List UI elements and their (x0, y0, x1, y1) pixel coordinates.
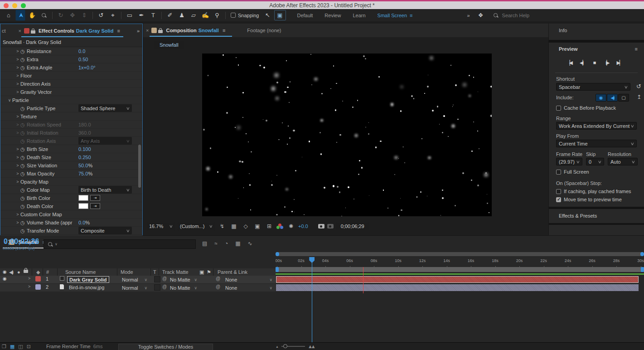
previous-frame-button[interactable]: ◀▏ (580, 60, 586, 66)
frame-rate-dropdown[interactable]: (29.97)∨ (556, 158, 582, 165)
param-dropdown[interactable]: Any Axis∨ (78, 137, 132, 145)
snapping-toggle[interactable]: Snapping (231, 13, 259, 18)
audio-column-icon[interactable]: ◀) (9, 269, 13, 275)
project-tab-partial[interactable]: ct (2, 28, 6, 34)
camera-tool-icon[interactable]: ⌖ (107, 10, 118, 20)
expand-chevron-icon[interactable]: > (15, 180, 20, 184)
workspace-tab-learn[interactable]: Learn (353, 13, 365, 18)
stopwatch-icon[interactable]: ◷ (20, 131, 27, 135)
layer-row-1[interactable]: ◉ >1Dark Gray SolidNormal ∨@No Matte ∨@N… (0, 276, 276, 283)
graph-editor-icon[interactable]: ∿ (248, 240, 252, 247)
effect-controls-tab-title[interactable]: Effect Controls (39, 28, 74, 34)
stopwatch-icon[interactable]: ◷ (20, 139, 27, 143)
expand-chevron-icon[interactable]: ∨ (7, 98, 12, 102)
work-area-bar[interactable] (276, 267, 644, 272)
home-tool-icon[interactable]: ⌂ (3, 10, 14, 20)
rectangle-tool-icon[interactable]: ▭ (124, 10, 135, 20)
hand-tool-icon[interactable]: ✋ (27, 10, 38, 20)
full-screen-toggle[interactable]: Full Screen (556, 169, 589, 175)
parent-link-dropdown[interactable]: None ∨ (224, 284, 274, 291)
orbit-camera-tool-icon[interactable]: ↻ (55, 10, 66, 20)
effects-presets-tab[interactable]: Effects & Presets (559, 213, 597, 219)
move-time-toggle[interactable]: Move time to preview time (556, 197, 622, 202)
frame-blending-icon[interactable]: ◔ (225, 240, 228, 247)
timeline-search[interactable]: ∨ (44, 239, 196, 249)
preserve-transparency-toggle[interactable] (154, 276, 160, 282)
number-column[interactable]: # (46, 269, 49, 275)
stopwatch-icon[interactable]: ◷ (20, 228, 27, 233)
param-value[interactable]: 1x+0.0° (78, 65, 96, 70)
expand-chevron-icon[interactable]: > (15, 122, 20, 127)
if-caching-toggle[interactable]: If caching, play cached frames (556, 189, 631, 194)
effect-controls-tab-target[interactable]: Dark Gray Solid (76, 28, 114, 34)
effect-scrollbar[interactable] (138, 145, 141, 188)
expand-transfer-controls-icon[interactable]: ▦ (10, 344, 15, 350)
pan-camera-tool-icon[interactable]: ✥ (67, 10, 78, 20)
expand-layer-icon[interactable]: > (28, 284, 30, 289)
zoom-slider-thumb[interactable] (283, 344, 287, 348)
param-value[interactable]: 0.50 (78, 57, 88, 62)
blend-mode-dropdown[interactable]: Normal ∨ (121, 284, 149, 291)
parent-pickwhip-icon[interactable]: @ (216, 276, 220, 281)
expand-render-time-icon[interactable]: ⊡ (27, 344, 31, 350)
include-audio-icon[interactable]: ◀) (607, 94, 618, 102)
timeline-timecode[interactable]: 0;00;02;26 (4, 238, 39, 246)
stopwatch-icon[interactable]: ◷ (20, 204, 27, 209)
close-tab-icon[interactable]: × (19, 28, 21, 34)
clone-stamp-tool-icon[interactable]: ♟ (176, 10, 187, 20)
track-matte-dropdown[interactable]: No Matte ∨ (169, 276, 199, 283)
lock-icon[interactable] (31, 30, 35, 34)
navigator-start-handle[interactable] (276, 252, 279, 256)
play-from-dropdown[interactable]: Current Time∨ (556, 140, 637, 147)
cache-before-playback-toggle[interactable]: Cache Before Playback (556, 105, 616, 111)
source-name-column[interactable]: Source Name (65, 269, 96, 275)
comp-timecode[interactable]: 0;00;06;29 (336, 223, 369, 230)
if-caching-checkbox[interactable] (556, 189, 561, 194)
expand-chevron-icon[interactable]: > (15, 82, 20, 86)
brush-tool-icon[interactable]: ✐ (165, 10, 175, 20)
stopwatch-icon[interactable]: ◷ (20, 106, 27, 111)
mask-visibility-icon[interactable]: ◇ (241, 223, 250, 229)
transparency-grid-icon[interactable]: ▦ (229, 223, 238, 229)
stopwatch-icon[interactable]: ◷ (20, 57, 27, 62)
show-channel-icon[interactable] (276, 224, 284, 229)
panel-menu-icon[interactable]: ≡ (223, 28, 225, 33)
video-column-icon[interactable]: ◉ (3, 269, 7, 274)
composition-tab-title[interactable]: Composition (166, 28, 196, 33)
param-value[interactable]: 0.250 (78, 155, 91, 160)
dolly-camera-tool-icon[interactable]: ⇕ (79, 10, 90, 20)
stopwatch-icon[interactable]: ◷ (20, 122, 27, 127)
panel-menu-icon[interactable]: ≡ (117, 28, 120, 34)
stopwatch-icon[interactable]: ◷ (20, 220, 27, 225)
exposure-icon[interactable]: ✺ (286, 223, 295, 229)
search-help-input[interactable] (501, 12, 562, 19)
motion-blur-icon[interactable]: ▦ (235, 240, 240, 247)
type-tool-icon[interactable]: T (148, 10, 159, 20)
export-icon[interactable]: ↥ (637, 94, 641, 100)
workspace-tab-default[interactable]: Default (297, 13, 313, 18)
track-matte-dropdown[interactable]: No Matte ∨ (169, 284, 199, 291)
eraser-tool-icon[interactable]: ▱ (188, 10, 199, 20)
expand-layer-icon[interactable]: > (28, 276, 30, 281)
footage-tab[interactable]: Footage (none) (247, 28, 281, 33)
stopwatch-icon[interactable]: ◷ (20, 163, 27, 168)
resolution-dropdown[interactable]: (Custom...)∨ (178, 223, 215, 230)
preview-menu-icon[interactable]: ≡ (635, 46, 638, 52)
layer-color-swatch[interactable] (35, 284, 41, 290)
fast-preview-icon[interactable]: ↯ (218, 223, 227, 229)
expand-chevron-icon[interactable]: > (15, 212, 20, 217)
stopwatch-icon[interactable]: ◷ (20, 171, 27, 176)
first-frame-button[interactable]: ▕◀ (566, 60, 572, 66)
expand-chevron-icon[interactable]: > (15, 65, 20, 70)
snapping-checkbox[interactable] (231, 13, 236, 18)
range-dropdown[interactable]: Work Area Extended By Current ...∨ (556, 122, 637, 130)
param-value[interactable]: 0.0% (78, 220, 90, 225)
stopwatch-icon[interactable]: ◷ (20, 147, 27, 151)
flag-icon[interactable]: ⚑ (207, 269, 211, 275)
param-dropdown[interactable]: Birth to Death∨ (78, 186, 132, 194)
expand-chevron-icon[interactable]: > (15, 171, 20, 176)
comp-flowchart-icon[interactable]: ▤ (202, 240, 207, 247)
layer-name[interactable]: Bird-in-snow.jpg (67, 284, 106, 291)
exposure-value[interactable]: +0.0 (298, 224, 308, 229)
roto-brush-tool-icon[interactable]: ✍ (200, 10, 211, 20)
